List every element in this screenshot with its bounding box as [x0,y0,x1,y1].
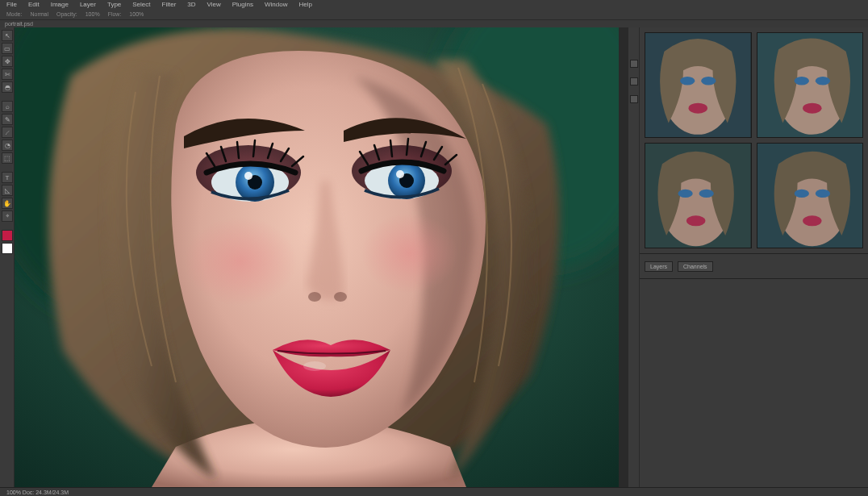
menu-item-layer[interactable]: Layer [80,1,96,8]
brush-tool-icon[interactable]: ✎ [2,114,13,125]
properties-icon[interactable] [630,77,638,85]
menu-item-3d[interactable]: 3D [187,1,195,8]
tool-separator [2,94,13,99]
status-text: 100% Doc: 24.3M/24.3M [6,490,69,495]
type-tool-icon[interactable]: T [2,172,13,183]
option-flow-value[interactable]: 100% [129,11,144,17]
menu-item-select[interactable]: Select [132,1,150,8]
svg-point-14 [396,170,404,178]
menu-item-image[interactable]: Image [51,1,69,8]
svg-point-31 [303,361,326,371]
marquee-tool-icon[interactable]: ▭ [2,43,13,54]
svg-point-30 [334,292,347,302]
eraser-tool-icon[interactable]: ◔ [2,140,13,151]
option-opacity-label: Opacity: [56,11,77,17]
menu-item-view[interactable]: View [207,1,221,8]
heal-tool-icon[interactable]: ⌕ [2,101,13,112]
right-panel-group: Layers Channels [639,27,868,487]
hand-tool-icon[interactable]: ✋ [2,198,13,209]
pen-tool-icon[interactable]: ◺ [2,185,13,196]
svg-rect-43 [757,33,863,137]
layers-panel-body[interactable] [640,279,868,487]
layers-panel-header: Layers Channels [640,253,868,279]
option-flow-label: Flow: [108,11,122,17]
menu-item-plugins[interactable]: Plugins [232,1,253,8]
menu-item-filter[interactable]: Filter [162,1,177,8]
thumbnail-variant-2[interactable] [757,32,864,138]
adjustments-icon[interactable] [630,95,638,103]
tool-separator [2,165,13,170]
menu-item-window[interactable]: Window [265,1,287,8]
status-bar: 100% Doc: 24.3M/24.3M [0,487,868,496]
collapsed-panel-strip [628,27,639,487]
document-tab-bar: portrait.psd [0,20,868,27]
svg-point-29 [308,292,321,302]
menu-item-help[interactable]: Help [298,1,311,8]
zoom-tool-icon[interactable]: ⌖ [2,210,13,222]
eyedropper-tool-icon[interactable]: ◓ [2,81,13,93]
svg-point-4 [361,213,458,294]
tool-options-bar: Mode: Normal Opacity: 100% Flow: 100% [0,9,868,20]
thumbnail-variant-4[interactable] [757,143,864,248]
thumbnail-variant-3[interactable] [645,143,752,248]
option-opacity-value[interactable]: 100% [86,11,100,17]
menu-item-type[interactable]: Type [107,1,121,8]
move-tool-icon[interactable]: ↖ [2,30,13,41]
option-mode-label: Mode: [6,11,22,17]
crop-tool-icon[interactable]: ✄ [2,69,13,80]
document-tab-active[interactable]: portrait.psd [5,21,33,27]
option-mode-value[interactable]: Normal [30,11,48,17]
background-color-swatch[interactable] [2,243,13,254]
clone-tool-icon[interactable]: ⟋ [2,127,13,138]
thumbnail-variant-1[interactable] [645,32,752,138]
gradient-tool-icon[interactable]: ⬚ [2,152,13,164]
menu-item-edit[interactable]: Edit [28,1,40,8]
variant-thumbnails [640,27,868,253]
svg-point-3 [184,217,297,306]
main-canvas[interactable] [15,27,619,487]
lasso-tool-icon[interactable]: ✥ [2,56,13,67]
menu-item-file[interactable]: File [6,1,17,8]
svg-rect-49 [645,144,751,248]
channels-tab[interactable]: Channels [678,261,713,272]
svg-rect-55 [757,144,863,248]
tool-separator [2,223,13,228]
canvas-area [15,27,628,487]
svg-rect-37 [645,33,751,137]
foreground-color-swatch[interactable] [2,230,13,241]
history-icon[interactable] [630,60,638,68]
tool-panel: ↖ ▭ ✥ ✄ ◓ ⌕ ✎ ⟋ ◔ ⬚ T ◺ ✋ ⌖ [0,27,15,487]
menu-bar: File Edit Image Layer Type Select Filter… [0,0,868,9]
svg-point-13 [244,172,252,180]
layers-tab[interactable]: Layers [645,261,673,272]
